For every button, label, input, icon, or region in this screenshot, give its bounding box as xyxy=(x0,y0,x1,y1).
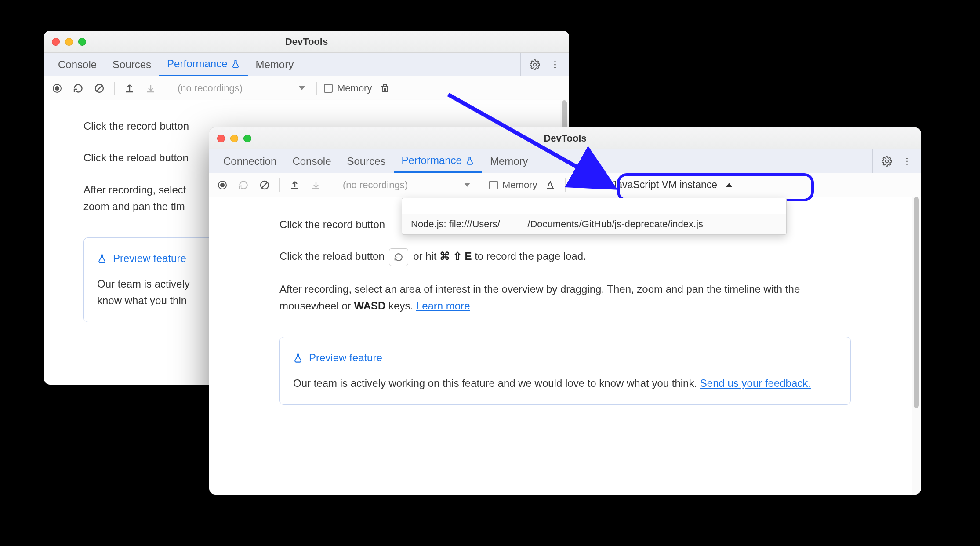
reload-record-button[interactable] xyxy=(236,177,251,193)
vm-instance-menu: Node.js: file:///Users/ /Documents/GitHu… xyxy=(402,198,787,235)
tab-connection[interactable]: Connection xyxy=(215,149,284,173)
tab-performance-label: Performance xyxy=(402,154,462,167)
download-button[interactable] xyxy=(143,80,159,96)
flask-icon xyxy=(465,156,474,165)
chevron-up-icon xyxy=(726,183,732,187)
trash-button[interactable] xyxy=(377,80,393,96)
devtools-window-2: DevTools Connection Console Sources Perf… xyxy=(209,127,921,495)
more-icon[interactable] xyxy=(547,57,563,73)
reload-icon xyxy=(389,248,408,266)
scrollbar[interactable] xyxy=(912,197,920,495)
tab-console[interactable]: Console xyxy=(50,53,105,76)
memory-label: Memory xyxy=(502,179,537,191)
svg-point-3 xyxy=(554,66,556,68)
recordings-dropdown[interactable]: (no recordings) xyxy=(338,177,475,193)
collect-garbage-button[interactable] xyxy=(542,177,558,193)
vm-menu-filter[interactable] xyxy=(402,198,786,214)
scrollbar-thumb[interactable] xyxy=(914,197,919,408)
tabbar-actions xyxy=(520,53,563,76)
svg-point-0 xyxy=(534,63,536,66)
settings-icon[interactable] xyxy=(879,153,895,169)
reload-record-button[interactable] xyxy=(70,80,86,96)
recordings-dropdown[interactable]: (no recordings) xyxy=(173,80,309,97)
svg-point-2 xyxy=(554,64,556,66)
preview-feature-box: Preview feature Our team is actively wor… xyxy=(279,337,851,405)
recordings-placeholder: (no recordings) xyxy=(178,83,243,94)
tab-memory[interactable]: Memory xyxy=(248,53,302,76)
upload-button[interactable] xyxy=(287,177,303,193)
record-button[interactable] xyxy=(214,177,230,193)
memory-checkbox-wrap[interactable]: Memory xyxy=(324,83,372,94)
performance-toolbar: (no recordings) Memory xyxy=(44,76,569,100)
tab-console[interactable]: Console xyxy=(284,149,339,173)
svg-line-7 xyxy=(96,85,102,91)
memory-checkbox-wrap[interactable]: Memory xyxy=(489,179,537,191)
clear-button[interactable] xyxy=(91,80,107,96)
record-button[interactable] xyxy=(49,80,65,96)
recordings-placeholder: (no recordings) xyxy=(343,179,408,191)
clear-button[interactable] xyxy=(257,177,272,193)
svg-point-9 xyxy=(906,157,908,159)
tabbar-actions xyxy=(872,149,915,173)
tab-memory[interactable]: Memory xyxy=(482,149,536,173)
tab-sources[interactable]: Sources xyxy=(339,149,393,173)
flask-icon xyxy=(231,59,240,69)
learn-more-link[interactable]: Learn more xyxy=(416,300,470,312)
memory-checkbox[interactable] xyxy=(324,84,333,93)
download-button[interactable] xyxy=(308,177,324,193)
svg-point-8 xyxy=(886,160,888,162)
svg-line-15 xyxy=(261,182,268,188)
vm-instance-dropdown[interactable]: Select JavaScript VM instance xyxy=(573,175,740,195)
preview-heading: Preview feature xyxy=(293,349,837,366)
vm-select-label: Select JavaScript VM instance xyxy=(581,179,717,191)
tab-performance-label: Performance xyxy=(167,58,227,70)
performance-content: Click the record button Click the reload… xyxy=(209,197,921,495)
tabbar: Connection Console Sources Performance M… xyxy=(209,149,921,173)
window-title: DevTools xyxy=(44,36,569,47)
preview-body: Our team is actively working on this fea… xyxy=(293,375,837,392)
titlebar: DevTools xyxy=(209,127,921,149)
upload-button[interactable] xyxy=(122,80,138,96)
tabbar: Console Sources Performance Memory xyxy=(44,53,569,76)
reload-shortcut: ⌘ ⇧ E xyxy=(439,250,472,262)
flask-icon xyxy=(293,353,303,363)
flask-icon xyxy=(97,253,107,264)
memory-checkbox[interactable] xyxy=(489,181,498,189)
svg-point-11 xyxy=(906,163,908,165)
tab-performance[interactable]: Performance xyxy=(159,53,247,76)
tab-performance[interactable]: Performance xyxy=(394,149,482,173)
reload-instruction: Click the reload button or hit ⌘ ⇧ E to … xyxy=(279,248,851,266)
svg-point-1 xyxy=(554,61,556,62)
svg-point-13 xyxy=(220,183,225,187)
vm-instance-option[interactable]: Node.js: file:///Users/ /Documents/GitHu… xyxy=(402,214,786,234)
more-icon[interactable] xyxy=(899,153,915,169)
settings-icon[interactable] xyxy=(527,57,543,73)
titlebar: DevTools xyxy=(44,31,569,53)
svg-point-5 xyxy=(55,86,59,91)
chevron-down-icon xyxy=(299,86,305,90)
window-title: DevTools xyxy=(209,133,921,144)
memory-label: Memory xyxy=(337,83,372,94)
tab-sources[interactable]: Sources xyxy=(105,53,159,76)
after-instruction: After recording, select an area of inter… xyxy=(279,281,851,315)
chevron-down-icon xyxy=(464,183,470,187)
feedback-link[interactable]: Send us your feedback. xyxy=(700,377,811,389)
svg-point-10 xyxy=(906,160,908,162)
performance-toolbar: (no recordings) Memory Select JavaScript… xyxy=(209,173,921,197)
